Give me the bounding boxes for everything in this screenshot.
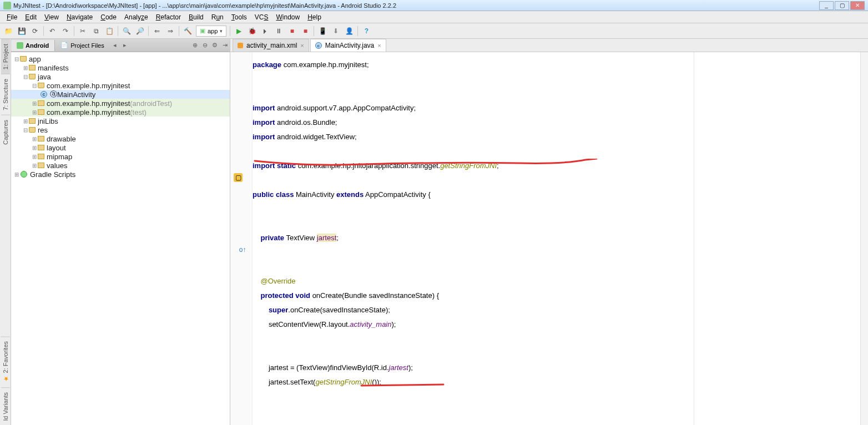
hide-icon[interactable]: ⇥ <box>220 41 230 50</box>
run-config-label: app <box>208 28 218 34</box>
sidebar-tab-project[interactable]: 1: Project <box>1 39 10 74</box>
copy-icon[interactable]: ⧉ <box>91 26 101 36</box>
paste-icon[interactable]: 📋 <box>104 26 114 36</box>
tree-pkg-androidtest[interactable]: ⊞com.example.hp.myjnitest (androidTest) <box>11 99 230 108</box>
project-tree[interactable]: ⊟app ⊞manifests ⊟java ⊟com.example.hp.my… <box>11 52 230 425</box>
project-tab-android[interactable]: Android <box>11 40 55 51</box>
files-icon: 📄 <box>60 42 68 49</box>
sidebar-tab-variants[interactable]: ld Variants <box>1 387 10 425</box>
tab-main-activity-java[interactable]: c MainActivity.java × <box>310 39 386 52</box>
title-bar: MyJNItest - [D:\Android\workspace\MyJNIt… <box>0 0 868 11</box>
tree-jnilibs[interactable]: ⊞jniLibs <box>11 117 230 125</box>
xml-icon <box>238 43 243 48</box>
debug-icon[interactable]: 🐞 <box>247 26 257 36</box>
menu-navigate[interactable]: Navigate <box>63 12 96 22</box>
class-gutter-icon[interactable]: ▢ <box>234 173 243 182</box>
cut-icon[interactable]: ✂ <box>78 26 88 36</box>
close-button[interactable]: ✕ <box>850 1 865 10</box>
menu-build[interactable]: Build <box>185 12 207 22</box>
error-stripe[interactable] <box>860 52 868 425</box>
attach-icon[interactable]: ⏸ <box>274 26 284 36</box>
run-config-selector[interactable]: ▣ app ▾ <box>196 26 226 37</box>
window-buttons: _ ▢ ✕ <box>819 1 865 10</box>
avd-icon[interactable]: 📱 <box>317 26 327 36</box>
java-icon: c <box>315 42 322 49</box>
menu-view[interactable]: View <box>41 12 62 22</box>
separator <box>314 26 314 36</box>
replace-icon[interactable]: 🔎 <box>135 26 145 36</box>
menu-code[interactable]: Code <box>97 12 120 22</box>
menu-refactor[interactable]: Refactor <box>153 12 184 22</box>
tree-app[interactable]: ⊟app <box>11 54 230 63</box>
menu-help[interactable]: Help <box>304 12 325 22</box>
tree-values[interactable]: ⊞values <box>11 161 230 170</box>
project-panel: Android 📄 Project Files ◂ ▸ ⊕ ⊖ ⚙ ⇥ ⊟app… <box>11 39 230 425</box>
menu-edit[interactable]: Edit <box>22 12 40 22</box>
tree-layout[interactable]: ⊞layout <box>11 143 230 152</box>
collapse-icon[interactable]: ⊕ <box>190 41 200 50</box>
tree-drawable[interactable]: ⊞drawable <box>11 134 230 143</box>
menu-run[interactable]: Run <box>208 12 227 22</box>
menu-analyze[interactable]: Analyze <box>121 12 152 22</box>
back-icon[interactable]: ⇐ <box>152 26 162 36</box>
project-tab-files[interactable]: 📄 Project Files <box>55 39 110 51</box>
make-icon[interactable]: 🔨 <box>183 26 193 36</box>
sidebar-tab-captures[interactable]: Captures <box>1 115 10 149</box>
close-tab-icon[interactable]: × <box>377 42 381 49</box>
tree-mipmap[interactable]: ⊞mipmap <box>11 152 230 161</box>
redo-icon[interactable]: ↷ <box>60 26 70 36</box>
close-tab-icon[interactable]: × <box>300 42 304 49</box>
target-icon[interactable]: ⊖ <box>200 41 210 50</box>
tab-label: MainActivity.java <box>325 42 374 49</box>
separator <box>148 26 149 36</box>
tree-main-activity[interactable]: cⓐ MainActivity <box>11 90 230 99</box>
separator <box>43 26 44 36</box>
separator <box>357 26 358 36</box>
separator <box>74 26 74 36</box>
menu-vcs[interactable]: VCS <box>251 12 272 22</box>
scroll-right-icon[interactable]: ▸ <box>120 41 130 50</box>
tree-pkg-test[interactable]: ⊞com.example.hp.myjnitest (test) <box>11 108 230 117</box>
menu-tools[interactable]: Tools <box>228 12 250 22</box>
save-icon[interactable]: 💾 <box>17 26 27 36</box>
editor-tabs: activity_main.xml × c MainActivity.java … <box>230 39 868 52</box>
menu-window[interactable]: Window <box>272 12 303 22</box>
tree-res[interactable]: ⊟res <box>11 125 230 134</box>
override-gutter-icon[interactable]: o↑ <box>238 245 247 254</box>
sidebar-tab-structure[interactable]: 7: Structure <box>1 74 10 115</box>
code-content[interactable]: ▢ o↑ package com.example.hp.myjnitest; i… <box>253 52 694 425</box>
android-icon <box>17 42 23 49</box>
scroll-left-icon[interactable]: ◂ <box>110 41 120 50</box>
monitor-icon[interactable]: 👤 <box>344 26 354 36</box>
open-icon[interactable]: 📁 <box>3 26 13 36</box>
minimize-button[interactable]: _ <box>819 1 834 10</box>
code-editor[interactable]: ▢ o↑ package com.example.hp.myjnitest; i… <box>230 52 868 425</box>
tree-manifests[interactable]: ⊞manifests <box>11 63 230 72</box>
separator <box>118 26 118 36</box>
help-icon[interactable]: ? <box>361 26 371 36</box>
tab-activity-main-xml[interactable]: activity_main.xml × <box>233 39 309 52</box>
forward-icon[interactable]: ⇒ <box>165 26 175 36</box>
sdk-icon[interactable]: ⬇ <box>331 26 341 36</box>
profile-icon[interactable]: ⏵ <box>260 26 270 36</box>
toolbar: 📁 💾 ⟳ ↶ ↷ ✂ ⧉ 📋 🔍 🔎 ⇐ ⇒ 🔨 ▣ app ▾ ▶ 🐞 ⏵ … <box>0 23 868 39</box>
project-tab-files-label: Project Files <box>70 42 104 49</box>
run-icon[interactable]: ▶ <box>234 26 244 36</box>
editor-right-pane <box>694 52 860 425</box>
find-icon[interactable]: 🔍 <box>122 26 132 36</box>
maximize-button[interactable]: ▢ <box>835 1 849 10</box>
settings-icon[interactable]: ⚙ <box>210 41 220 50</box>
window-title: MyJNItest - [D:\Android\workspace\MyJNIt… <box>13 2 819 9</box>
sync-icon[interactable]: ⟳ <box>30 26 40 36</box>
tree-gradle[interactable]: ⊞Gradle Scripts <box>11 170 230 179</box>
tree-pkg-main[interactable]: ⊟com.example.hp.myjnitest <box>11 81 230 90</box>
menu-bar: File Edit View Navigate Code Analyze Ref… <box>0 11 868 23</box>
left-gutter: 1: Project 7: Structure Captures ★2: Fav… <box>0 39 11 425</box>
sidebar-tab-favorites[interactable]: ★2: Favorites <box>1 336 10 387</box>
tree-java[interactable]: ⊟java <box>11 72 230 81</box>
menu-file[interactable]: File <box>3 12 21 22</box>
module-icon: ▣ <box>200 27 205 34</box>
undo-icon[interactable]: ↶ <box>47 26 57 36</box>
stop-icon[interactable]: ■ <box>287 26 297 36</box>
stop2-icon[interactable]: ■ <box>300 26 310 36</box>
